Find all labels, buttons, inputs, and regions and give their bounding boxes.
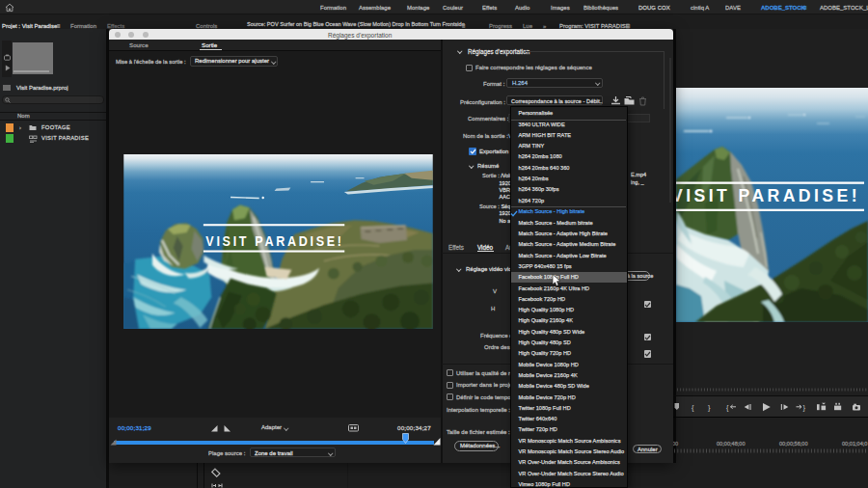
- svg-text:VISIT PARADISE!: VISIT PARADISE!: [205, 233, 343, 249]
- svg-text:{: {: [726, 403, 729, 412]
- svg-text:}: }: [803, 403, 806, 412]
- svg-text:{: {: [692, 403, 694, 412]
- svg-text:VISIT PARADISE!: VISIT PARADISE!: [676, 186, 860, 205]
- svg-text:}: }: [708, 403, 711, 412]
